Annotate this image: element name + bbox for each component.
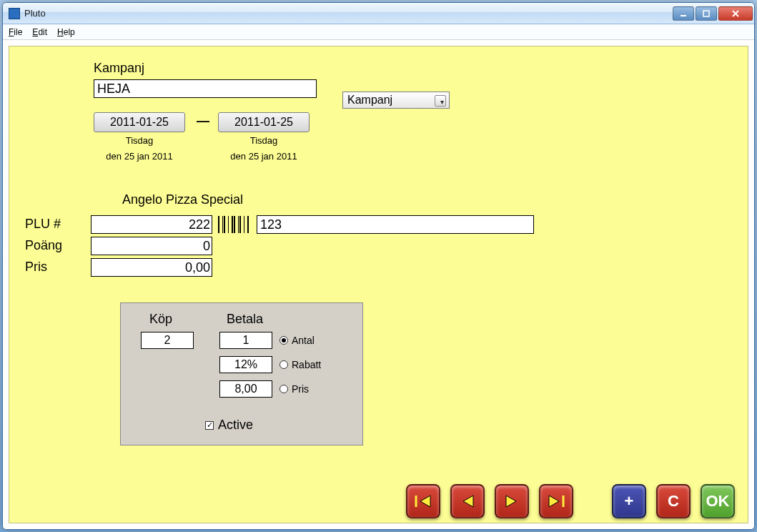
minimize-icon — [680, 10, 687, 17]
buy-qty-input[interactable] — [141, 332, 194, 349]
bottom-bar: + C OK — [9, 484, 748, 518]
day-to-label: Tisdag — [218, 135, 310, 146]
svg-marker-5 — [420, 496, 430, 507]
client-area: Kampanj Kampanj ▾ 2011-01-25 — 2011-01-2… — [3, 40, 754, 529]
price-label: Pris — [25, 260, 47, 275]
nav-next-button[interactable] — [495, 484, 529, 518]
menu-help[interactable]: Help — [57, 27, 75, 37]
radio-pris-label: Pris — [292, 383, 309, 395]
active-checkbox-row[interactable]: Active — [205, 418, 253, 433]
date-separator: — — [197, 114, 209, 129]
plu-input[interactable] — [91, 215, 212, 234]
radio-rabatt-label: Rabatt — [292, 359, 321, 370]
radio-dot-icon — [279, 360, 288, 369]
arrow-last-icon — [546, 494, 566, 508]
minimize-button[interactable] — [673, 6, 694, 21]
buy-header: Köp — [149, 312, 172, 327]
barcode-value-input[interactable] — [257, 215, 534, 234]
add-button[interactable]: + — [612, 484, 646, 518]
menu-edit[interactable]: Edit — [32, 27, 47, 37]
radio-antal-label: Antal — [292, 335, 315, 346]
plu-label: PLU # — [25, 217, 61, 232]
barcode-icon — [218, 216, 249, 233]
buy-pay-panel: Köp Betala Antal Rabatt Pris — [120, 302, 363, 445]
titlebar[interactable]: Pluto — [3, 3, 754, 24]
pay-header: Betala — [227, 312, 263, 327]
close-button[interactable] — [718, 6, 753, 21]
date-from-button[interactable]: 2011-01-25 — [94, 112, 185, 132]
campaign-name-input[interactable] — [94, 79, 317, 98]
points-input[interactable] — [91, 237, 212, 255]
arrow-right-icon — [502, 494, 522, 508]
svg-marker-8 — [549, 496, 559, 507]
longdate-from-label: den 25 jan 2011 — [94, 151, 185, 162]
nav-last-button[interactable] — [539, 484, 573, 518]
svg-marker-6 — [463, 496, 473, 507]
chevron-down-icon: ▾ — [440, 98, 444, 106]
radio-rabatt[interactable]: Rabatt — [279, 359, 321, 370]
date-to-button[interactable]: 2011-01-25 — [218, 112, 310, 132]
clear-button[interactable]: C — [656, 484, 691, 518]
radio-dot-icon — [279, 385, 288, 393]
campaign-type-value: Kampanj — [347, 94, 392, 107]
svg-rect-1 — [703, 11, 709, 16]
radio-antal[interactable]: Antal — [279, 335, 315, 346]
menubar: File Edit Help — [3, 24, 754, 40]
clear-label: C — [668, 492, 679, 511]
window-title: Pluto — [24, 8, 673, 19]
campaign-type-select[interactable]: Kampanj ▾ — [342, 92, 450, 109]
close-icon — [731, 9, 740, 18]
arrow-first-icon — [413, 494, 433, 508]
price-input[interactable] — [91, 258, 212, 277]
longdate-to-label: den 25 jan 2011 — [218, 151, 310, 162]
radio-dot-icon — [279, 336, 288, 345]
discount-input[interactable] — [219, 356, 272, 373]
svg-marker-7 — [506, 496, 516, 507]
menu-file[interactable]: File — [9, 27, 22, 37]
active-label: Active — [218, 418, 253, 433]
checkbox-icon — [205, 421, 214, 430]
maximize-button[interactable] — [696, 6, 717, 21]
app-window: Pluto File Edit Help Kampanj Kampanj ▾ — [2, 2, 755, 530]
radio-pris[interactable]: Pris — [279, 383, 309, 395]
points-label: Poäng — [25, 238, 62, 253]
main-panel: Kampanj Kampanj ▾ 2011-01-25 — 2011-01-2… — [9, 46, 748, 523]
arrow-left-icon — [457, 494, 478, 508]
campaign-label: Kampanj — [94, 61, 144, 76]
maximize-icon — [703, 10, 710, 17]
day-from-label: Tisdag — [94, 135, 185, 146]
product-name-label: Angelo Pizza Special — [122, 192, 243, 207]
nav-prev-button[interactable] — [450, 484, 485, 518]
pay-price-input[interactable] — [219, 380, 272, 398]
nav-first-button[interactable] — [406, 484, 440, 518]
app-icon — [9, 8, 20, 19]
pay-qty-input[interactable] — [219, 332, 272, 349]
ok-label: OK — [706, 492, 730, 511]
plus-icon: + — [625, 492, 634, 511]
ok-button[interactable]: OK — [701, 484, 735, 518]
